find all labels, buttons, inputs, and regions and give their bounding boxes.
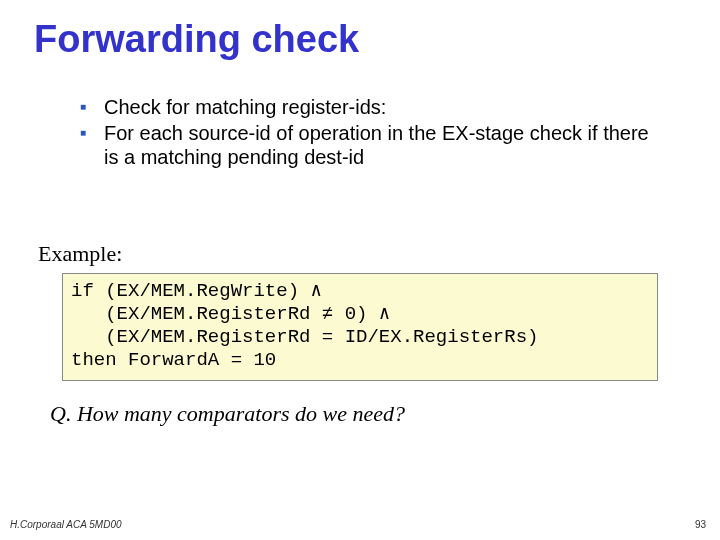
bullet-text: For each source-id of operation in the E…: [104, 121, 666, 169]
bullet-icon: ■: [78, 95, 104, 119]
code-line: if (EX/MEM.RegWrite): [71, 280, 310, 302]
list-item: ■ Check for matching register-ids:: [78, 95, 666, 119]
code-block: if (EX/MEM.RegWrite) ∧ (EX/MEM.RegisterR…: [62, 273, 658, 381]
footer-author: H.Corporaal ACA 5MD00: [10, 519, 122, 530]
bullet-icon: ■: [78, 121, 104, 145]
list-item: ■ For each source-id of operation in the…: [78, 121, 666, 169]
and-symbol: ∧: [379, 303, 390, 325]
question-text: Q. How many comparators do we need?: [50, 401, 686, 427]
slide: Forwarding check ■ Check for matching re…: [0, 0, 720, 540]
bullet-list: ■ Check for matching register-ids: ■ For…: [78, 95, 666, 169]
code-line: 0): [333, 303, 379, 325]
page-title: Forwarding check: [34, 18, 686, 61]
code-line: (EX/MEM.RegisterRd = ID/EX.RegisterRs): [71, 326, 538, 348]
code-line: then ForwardA = 10: [71, 349, 276, 371]
code-line: (EX/MEM.RegisterRd: [71, 303, 322, 325]
footer-page-number: 93: [695, 519, 706, 530]
and-symbol: ∧: [310, 280, 321, 302]
neq-symbol: ≠: [322, 303, 333, 325]
example-label: Example:: [38, 241, 686, 267]
bullet-text: Check for matching register-ids:: [104, 95, 386, 119]
